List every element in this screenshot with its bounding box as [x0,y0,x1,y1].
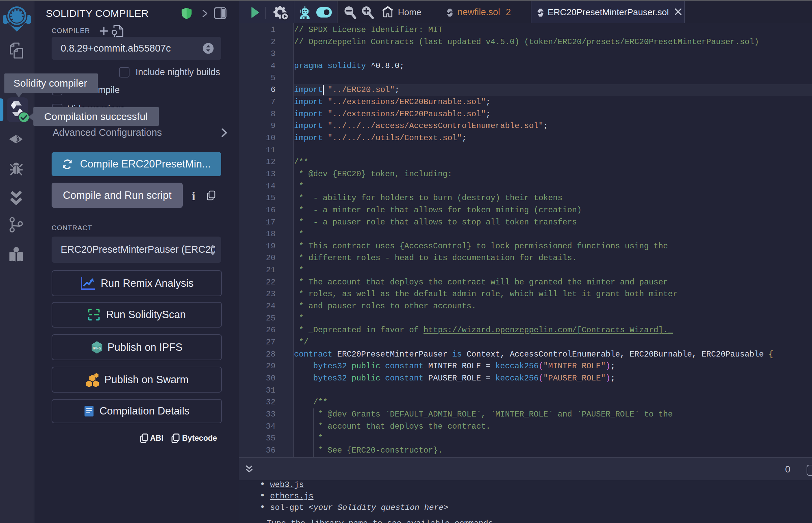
svg-text:IPFS: IPFS [93,346,102,350]
